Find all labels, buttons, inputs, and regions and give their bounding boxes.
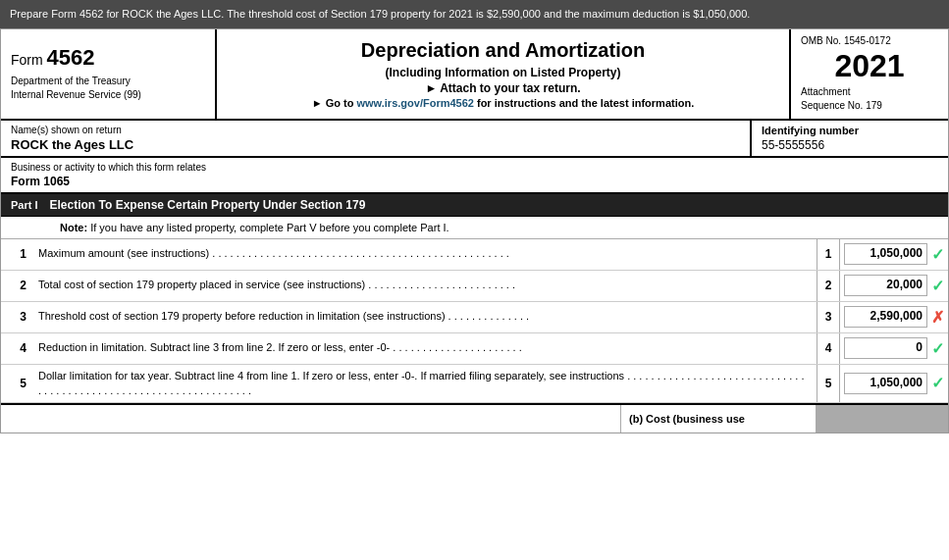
bottom-right-shaded	[817, 405, 948, 433]
note-bold: Note:	[60, 222, 87, 233]
row-value[interactable]: 20,000	[844, 275, 927, 296]
row-description: Maximum amount (see instructions) . . . …	[30, 242, 817, 265]
row-value-box: 1,050,000✓	[840, 241, 948, 267]
row-value-box: 1,050,000✓	[840, 371, 948, 396]
checkmark-icon: ✓	[931, 277, 944, 295]
form-number: Form 4562	[11, 45, 205, 71]
row-line-number: 3	[817, 302, 840, 332]
form-subtitle: (Including Information on Listed Propert…	[227, 66, 779, 79]
row-number: 5	[1, 377, 30, 390]
part1-label: Part I	[11, 199, 38, 211]
bottom-center-label: (b) Cost (business use	[620, 405, 817, 433]
row-number: 1	[1, 247, 30, 261]
row-description: Total cost of section 179 property place…	[30, 274, 817, 296]
omb-text: OMB No. 1545-0172	[801, 35, 938, 46]
row-description: Dollar limitation for tax year. Subtract…	[30, 365, 817, 403]
row-value-box: 2,590,000✗	[840, 304, 948, 330]
attachment-text: Attachment Sequence No. 179	[801, 85, 938, 113]
table-row: 5Dollar limitation for tax year. Subtrac…	[1, 365, 948, 404]
row-description: Reduction in limitation. Subtract line 3…	[30, 336, 817, 359]
id-number: 55-5555556	[762, 138, 938, 152]
row-line-number: 1	[817, 239, 840, 270]
header-center: Depreciation and Amortization (Including…	[217, 29, 791, 119]
form-title: Depreciation and Amortization	[227, 39, 779, 62]
row-value[interactable]: 1,050,000	[844, 243, 927, 265]
business-row: Business or activity to which this form …	[1, 158, 948, 194]
row-value[interactable]: 1,050,000	[844, 373, 927, 394]
name-row: Name(s) shown on return ROCK the Ages LL…	[1, 121, 948, 158]
business-label: Business or activity to which this form …	[11, 162, 938, 173]
bottom-row: (b) Cost (business use	[1, 403, 948, 433]
checkmark-icon: ✓	[931, 374, 944, 392]
row-value[interactable]: 0	[844, 337, 927, 359]
row-value-box: 0✓	[840, 335, 948, 361]
website-text: ► Go to www.irs.gov/Form4562 for instruc…	[227, 97, 779, 109]
table-row: 2Total cost of section 179 property plac…	[1, 271, 948, 302]
name-label: Name(s) shown on return	[11, 125, 740, 135]
id-section: Identifying number 55-5555556	[752, 121, 948, 156]
header-left: Form 4562 Department of the Treasury Int…	[1, 29, 217, 119]
row-value[interactable]: 2,590,000	[844, 306, 927, 328]
row-number: 2	[1, 279, 30, 292]
row-description: Threshold cost of section 179 property b…	[30, 305, 817, 328]
row-number: 3	[1, 310, 30, 324]
taxpayer-name: ROCK the Ages LLC	[11, 137, 740, 152]
header-right: OMB No. 1545-0172 2021 Attachment Sequen…	[791, 29, 948, 119]
business-value: Form 1065	[11, 175, 938, 188]
note-row: Note: If you have any listed property, c…	[1, 217, 948, 239]
part1-header: Part I Election To Expense Certain Prope…	[1, 194, 948, 217]
row-line-number: 5	[817, 365, 840, 403]
irs-link[interactable]: www.irs.gov/Form4562	[357, 97, 474, 109]
row-line-number: 2	[817, 271, 840, 301]
attach-text: ► Attach to your tax return.	[227, 81, 779, 95]
part1-title: Election To Expense Certain Property Und…	[50, 198, 366, 212]
tax-year: 2021	[801, 50, 938, 81]
x-icon: ✗	[931, 308, 944, 327]
bottom-left	[1, 405, 620, 433]
name-section: Name(s) shown on return ROCK the Ages LL…	[1, 121, 752, 156]
row-line-number: 4	[817, 333, 840, 364]
checkmark-icon: ✓	[931, 245, 944, 264]
table-row: 1Maximum amount (see instructions) . . .…	[1, 239, 948, 271]
checkmark-icon: ✓	[931, 339, 944, 358]
id-label: Identifying number	[762, 125, 938, 136]
row-value-box: 20,000✓	[840, 273, 948, 298]
top-bar-text: Prepare Form 4562 for ROCK the Ages LLC.…	[10, 8, 750, 20]
table-row: 3Threshold cost of section 179 property …	[1, 302, 948, 333]
table-row: 4Reduction in limitation. Subtract line …	[1, 333, 948, 365]
top-bar: Prepare Form 4562 for ROCK the Ages LLC.…	[0, 0, 949, 28]
row-number: 4	[1, 341, 30, 355]
dept-info: Department of the Treasury Internal Reve…	[11, 75, 205, 102]
note-text: If you have any listed property, complet…	[90, 222, 448, 233]
